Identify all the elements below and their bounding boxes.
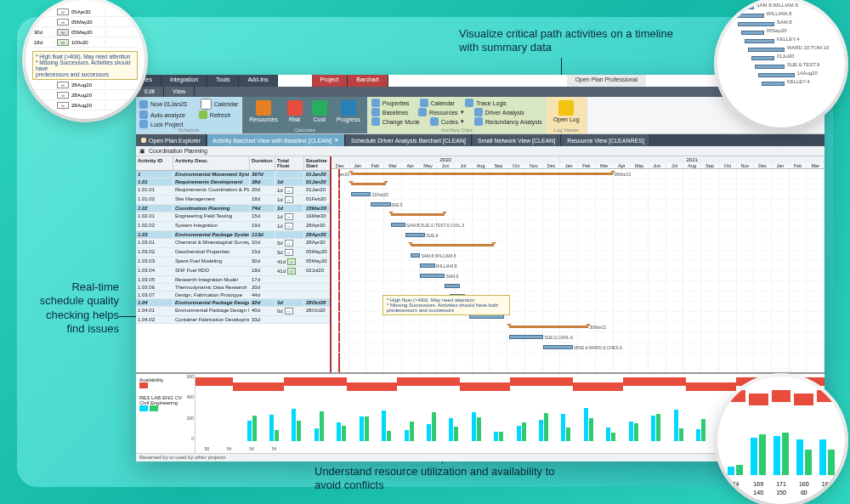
codes-button[interactable]: Codes	[441, 119, 458, 125]
close-icon[interactable]: ✕	[334, 137, 339, 144]
quality-tooltip: * High float (>40d). May need attention*…	[382, 295, 510, 315]
table-row[interactable]: 1.03.06Thermodynamic Data Research20d	[136, 284, 330, 292]
trace-logic-button[interactable]: Trace Logic	[476, 100, 507, 106]
table-row[interactable]: 1.03.07Design, Fabrication Prototype44d	[136, 292, 330, 299]
gantt-bar[interactable]: SUE.6;CARL.6	[509, 335, 544, 339]
lens-tooltip: * High float (>40d). May need attention*…	[32, 51, 138, 80]
table-row[interactable]: 1.01.02Site Management18d1d ‹›01Feb20	[136, 195, 330, 205]
open-log-button[interactable]: Open Log	[550, 99, 583, 124]
risk-button[interactable]: Risk	[284, 99, 306, 124]
table-row[interactable]: 1.03.05Research Integration Model17d	[136, 276, 330, 284]
application-window: ies Integration Tools Add-Ins Project Ba…	[136, 75, 824, 462]
gantt-bar[interactable]: MIKE.6;WARD.6;CHES.6	[543, 345, 573, 349]
calendar-icon	[420, 99, 428, 107]
driver-analysis-button[interactable]: Driver Analysis	[485, 110, 524, 116]
col-tf[interactable]: Total Float	[275, 156, 304, 170]
timeline-header: 20202021 DecJanFebMarAprMayJunJulAugSepO…	[332, 156, 824, 169]
gantt-bar[interactable]	[445, 284, 459, 288]
gantt-summary-bar[interactable]	[411, 244, 495, 246]
cost-button[interactable]: Cost	[309, 99, 331, 124]
ribbon-group-schedule: Now 01Jan20 Calendar Auto-analyze Refres…	[136, 97, 242, 133]
doc-tab[interactable]: Activity Barchart View with Baseline [CL…	[207, 134, 345, 146]
table-row[interactable]: 1.04.02Container Fabrication Development…	[136, 316, 330, 324]
ribbon-group-ancillary: Properties Calendar Trace Logic Baseline…	[368, 97, 547, 133]
ribbon-group-label: Ancillary Data	[368, 127, 546, 133]
gantt-bar[interactable]: WILLIAM.8	[420, 263, 434, 268]
gantt-summary-bar[interactable]: 08Mar21Jan20	[351, 173, 612, 175]
cost-icon	[312, 100, 327, 116]
table-row[interactable]: 1.02.02System Integration19d1d ‹›28Apr20	[136, 222, 330, 231]
ribbon-tab-addins[interactable]: Add-Ins	[239, 75, 277, 87]
table-row[interactable]: 1.04Environmental Package Design Specifi…	[136, 299, 330, 307]
gantt-bar[interactable]: SUE.4	[405, 233, 425, 237]
callout-bottom: Understand resource utilization and avai…	[314, 465, 570, 493]
refresh-icon	[199, 110, 207, 119]
activity-table-body[interactable]: 1Environmental Movement System367d 01Jan…	[136, 171, 330, 372]
resources2-button[interactable]: Resources	[429, 110, 457, 116]
table-row[interactable]: 1.02Coordination Planning74d1d 15Mar20	[136, 205, 330, 212]
gantt-summary-bar[interactable]	[391, 213, 445, 216]
ribbon-tab-integration[interactable]: Integration	[162, 75, 207, 87]
ribbon-group-log: Open Log Log Viewer	[547, 97, 587, 133]
gear-icon	[139, 110, 148, 119]
collapse-icon[interactable]: ▣	[139, 148, 145, 155]
lock-project-button[interactable]: Lock Project	[150, 122, 184, 127]
col-id[interactable]: Activity ID	[136, 156, 173, 170]
table-row[interactable]: 1.04.01Environmental Package Design Cons…	[136, 307, 330, 316]
outline-title: Coordination Planning	[149, 148, 207, 154]
ribbon-subtab-edit[interactable]: Edit	[136, 87, 164, 97]
doc-tab[interactable]: Open Plan Explorer	[136, 134, 207, 146]
progress-button[interactable]: Progress	[333, 99, 364, 124]
progress-icon	[341, 100, 356, 116]
gantt-chart[interactable]: 08Mar21Jan2021Feb2006E.5SAM.B;SUE.G;TEST…	[332, 169, 824, 372]
baselines-icon	[371, 108, 380, 116]
calendar-button[interactable]: Calendar	[431, 100, 455, 106]
ribbon-tab-tools[interactable]: Tools	[207, 75, 239, 87]
gantt-bar[interactable]: 06E.5	[371, 202, 390, 207]
doc-icon	[141, 138, 146, 143]
clock-icon	[139, 100, 148, 109]
refresh-button[interactable]: Refresh	[210, 112, 231, 118]
gantt-bar[interactable]: 21Feb20	[351, 192, 371, 196]
resources-button[interactable]: Resources	[246, 99, 280, 124]
table-row[interactable]: 1.01Requirements Development38d1d 01Jan2…	[136, 178, 330, 186]
table-row[interactable]: 1.03.04SNF Fuel RDD18d41d ‹›02Jul20	[136, 267, 330, 276]
col-desc[interactable]: Activity Desc.	[173, 156, 250, 170]
doc-tab[interactable]: Schedule Driver Analysis Barchart [CLEAN…	[346, 134, 472, 146]
col-dur[interactable]: Duration	[250, 156, 275, 170]
gantt-bar[interactable]: SAM.B;SUE.G;TEST.6;CIVIL.5	[391, 223, 405, 227]
baselines-button[interactable]: Baselines	[382, 110, 408, 116]
ribbon-group-label: Log Viewer	[547, 127, 586, 133]
table-row[interactable]: 1Environmental Movement System367d 01Jan…	[136, 171, 330, 178]
calendar-checkbox[interactable]	[201, 99, 212, 110]
doc-tab[interactable]: Small Network View [CLEAN]	[473, 134, 561, 146]
table-row[interactable]: 1.03.03Spent Fuel Modeling30d41d ‹›05May…	[136, 258, 330, 267]
activity-table-header: Activity ID Activity Desc. Duration Tota…	[136, 156, 330, 171]
properties-button[interactable]: Properties	[382, 100, 410, 106]
table-row[interactable]: 1.02.01Engineering Field Testing15d1d ‹›…	[136, 212, 330, 222]
auto-analyze-button[interactable]: Auto-analyze	[150, 112, 185, 118]
log-icon	[558, 100, 574, 116]
driver-icon	[474, 108, 483, 116]
ribbon-group-label: Schedule	[136, 127, 241, 133]
ribbon-tab-project[interactable]: Project	[312, 75, 348, 87]
ribbon: Now 01Jan20 Calendar Auto-analyze Refres…	[136, 97, 824, 134]
table-row[interactable]: 1.03.01Chemical & Mineralogical Survey10…	[136, 239, 330, 248]
gantt-bar[interactable]: SAM.8;WILLIAM.8	[411, 253, 421, 258]
ribbon-tab-barchart[interactable]: Barchart	[348, 75, 388, 87]
changemode-icon	[371, 117, 380, 126]
table-row[interactable]: 1.01.01Requirements Coordination & Plann…	[136, 186, 330, 195]
ribbon-group-calculate: Resources Risk Cost Progress Calculate	[242, 97, 367, 133]
change-mode-button[interactable]: Change Mode	[382, 119, 420, 125]
ribbon-subtab-view[interactable]: View	[164, 87, 195, 97]
gantt-summary-bar[interactable]	[351, 183, 386, 185]
table-row[interactable]: 1.03.02Geochemical Properties15d5d ‹›05M…	[136, 248, 330, 258]
redundancy-button[interactable]: Redundancy Analysis	[485, 119, 542, 125]
gantt-bar[interactable]: SAM.8	[420, 274, 445, 278]
gantt-summary-bar[interactable]: 30Mar21	[509, 326, 588, 328]
doc-tab[interactable]: Resource View [CLEANRES]	[562, 134, 650, 146]
ribbon-timenow[interactable]: Now 01Jan20	[150, 101, 187, 107]
callout-top: Visualize critical path activities on a …	[459, 27, 680, 55]
col-bs[interactable]: Baseline Start	[304, 156, 333, 170]
table-row[interactable]: 1.03Environmental Package System113d 28A…	[136, 231, 330, 239]
